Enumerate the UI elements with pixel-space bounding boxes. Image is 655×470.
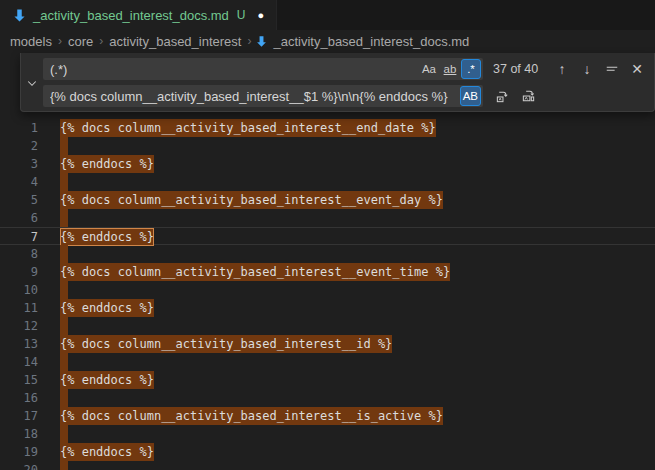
line-text: {% enddocs %} — [60, 371, 154, 389]
line-number: 16 — [0, 389, 38, 407]
line-number: 2 — [0, 137, 38, 155]
line-text: {% enddocs %} — [60, 228, 154, 244]
editor-line[interactable]: 13 {% docs column__activity_based_intere… — [0, 335, 655, 353]
markdown-file-icon — [255, 35, 268, 48]
editor-line[interactable]: 8 — [0, 245, 655, 263]
find-match-highlight: {% docs column__activity_based_interest_… — [60, 119, 436, 137]
line-text — [60, 245, 68, 263]
find-match-empty-highlight — [60, 173, 68, 191]
editor-line[interactable]: 14 — [0, 353, 655, 371]
line-text — [60, 389, 68, 407]
line-number: 17 — [0, 407, 38, 425]
git-status-badge: U — [237, 8, 246, 22]
whole-word-toggle[interactable]: ab — [440, 59, 460, 79]
find-input-value[interactable]: (.*) — [50, 62, 418, 77]
toggle-replace-button[interactable] — [21, 53, 43, 112]
line-text — [60, 281, 68, 299]
editor-line[interactable]: 6 — [0, 209, 655, 227]
find-replace-widget: (.*) Aa ab .* 37 of 40 ↑ ↓ ✕ — [20, 53, 655, 112]
find-match-empty-highlight — [60, 389, 68, 407]
find-input[interactable]: (.*) Aa ab .* — [43, 58, 483, 80]
tab-activity-based-interest-docs[interactable]: _activity_based_interest_docs.md U ● — [0, 0, 277, 30]
editor-content[interactable]: 1 {% docs column__activity_based_interes… — [0, 119, 655, 470]
editor-line[interactable]: 20 — [0, 461, 655, 470]
line-number: 20 — [0, 461, 38, 470]
replace-icon — [495, 89, 510, 104]
tab-title: _activity_based_interest_docs.md — [33, 8, 229, 23]
replace-button[interactable] — [491, 85, 513, 107]
line-number: 3 — [0, 155, 38, 173]
breadcrumb-item-activity-based-interest[interactable]: activity_based_interest — [107, 34, 243, 49]
find-match-highlight: {% enddocs %} — [60, 443, 154, 461]
find-match-highlight: {% docs column__activity_based_interest_… — [60, 335, 392, 353]
breadcrumb-file-label: _activity_based_interest_docs.md — [273, 34, 469, 49]
find-match-highlight: {% enddocs %} — [60, 228, 154, 246]
find-match-highlight: {% enddocs %} — [60, 155, 154, 173]
find-match-empty-highlight — [60, 245, 68, 263]
editor-line[interactable]: 19 {% enddocs %} — [0, 443, 655, 461]
vscode-window: _activity_based_interest_docs.md U ● mod… — [0, 0, 655, 470]
editor-line[interactable]: 2 — [0, 137, 655, 155]
line-text — [60, 137, 68, 155]
breadcrumb-item-file[interactable]: _activity_based_interest_docs.md — [255, 34, 469, 49]
line-text: {% docs column__activity_based_interest_… — [60, 335, 392, 353]
editor-line[interactable]: 11 {% enddocs %} — [0, 299, 655, 317]
previous-match-button[interactable]: ↑ — [551, 58, 573, 80]
editor-line[interactable]: 5 {% docs column__activity_based_interes… — [0, 191, 655, 209]
line-number: 5 — [0, 191, 38, 209]
find-match-highlight: {% enddocs %} — [60, 299, 154, 317]
editor-line[interactable]: 15 {% enddocs %} — [0, 371, 655, 389]
find-match-empty-highlight — [60, 425, 68, 443]
line-number: 6 — [0, 209, 38, 227]
find-match-empty-highlight — [60, 281, 68, 299]
markdown-file-icon — [12, 8, 27, 23]
preserve-case-toggle[interactable]: AB — [460, 86, 481, 106]
line-number: 9 — [0, 263, 38, 281]
find-in-selection-button[interactable] — [601, 58, 623, 80]
line-text: {% docs column__activity_based_interest_… — [60, 191, 443, 209]
breadcrumb-item-core[interactable]: core — [66, 34, 95, 49]
line-text — [60, 353, 68, 371]
line-number: 15 — [0, 371, 38, 389]
line-number: 18 — [0, 425, 38, 443]
line-number: 4 — [0, 173, 38, 191]
editor-line[interactable]: 7 {% enddocs %} — [0, 227, 655, 245]
close-find-button[interactable]: ✕ — [626, 58, 648, 80]
replace-row: {% docs column__activity_based_interest_… — [43, 85, 648, 107]
line-number: 7 — [0, 228, 38, 244]
replace-all-button[interactable] — [517, 85, 539, 107]
match-count: 37 of 40 — [493, 62, 538, 76]
editor-line[interactable]: 17 {% docs column__activity_based_intere… — [0, 407, 655, 425]
editor-line[interactable]: 12 — [0, 317, 655, 335]
line-text — [60, 317, 68, 335]
editor-line[interactable]: 1 {% docs column__activity_based_interes… — [0, 119, 655, 137]
find-nav-buttons: ↑ ↓ ✕ — [551, 58, 648, 80]
editor-line[interactable]: 16 — [0, 389, 655, 407]
line-text: {% docs column__activity_based_interest_… — [60, 407, 443, 425]
replace-input-value[interactable]: {% docs column__activity_based_interest_… — [50, 89, 459, 104]
line-text: {% docs column__activity_based_interest_… — [60, 119, 436, 137]
editor-line[interactable]: 9 {% docs column__activity_based_interes… — [0, 263, 655, 281]
line-text — [60, 425, 68, 443]
line-number: 12 — [0, 317, 38, 335]
find-match-empty-highlight — [60, 317, 68, 335]
unsaved-changes-dot[interactable]: ● — [258, 10, 265, 21]
line-text: {% enddocs %} — [60, 443, 154, 461]
editor-line[interactable]: 10 — [0, 281, 655, 299]
editor-line[interactable]: 18 — [0, 425, 655, 443]
find-match-highlight: {% docs column__activity_based_interest_… — [60, 191, 443, 209]
next-match-button[interactable]: ↓ — [576, 58, 598, 80]
chevron-right-icon: › — [243, 34, 255, 48]
breadcrumb-item-models[interactable]: models — [8, 34, 54, 49]
regex-toggle[interactable]: .* — [461, 59, 481, 79]
line-number: 19 — [0, 443, 38, 461]
replace-all-icon — [521, 89, 536, 104]
editor-line[interactable]: 3 {% enddocs %} — [0, 155, 655, 173]
breadcrumb: models › core › activity_based_interest … — [0, 30, 655, 52]
replace-input[interactable]: {% docs column__activity_based_interest_… — [43, 85, 483, 107]
match-case-toggle[interactable]: Aa — [419, 59, 439, 79]
line-text: {% enddocs %} — [60, 299, 154, 317]
editor-line[interactable]: 4 — [0, 173, 655, 191]
line-number: 11 — [0, 299, 38, 317]
line-number: 14 — [0, 353, 38, 371]
